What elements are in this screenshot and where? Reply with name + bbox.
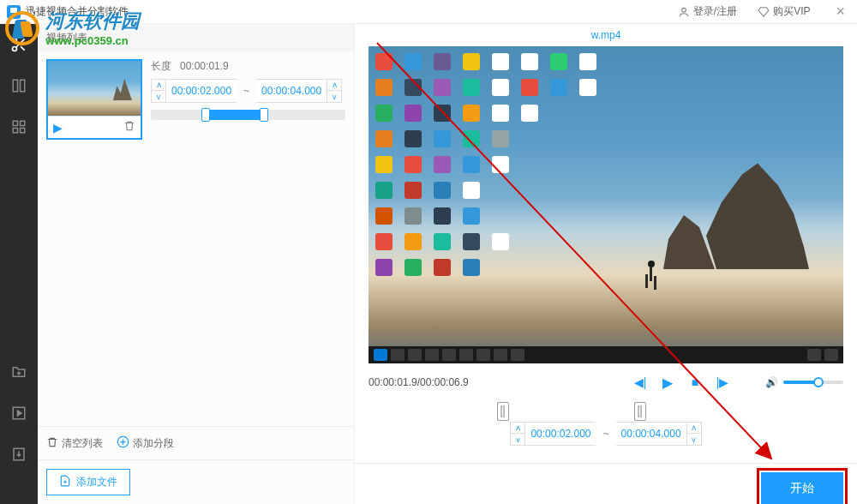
desktop-icons [375, 53, 600, 276]
add-file-button[interactable]: 添加文件 [46, 469, 130, 495]
svg-rect-7 [13, 129, 17, 133]
plus-circle-icon [117, 435, 129, 451]
svg-point-2 [13, 47, 17, 51]
sidebar [0, 24, 38, 504]
svg-rect-3 [13, 80, 17, 92]
app-title: 迅捷视频合并分割软件 [26, 4, 129, 19]
clip-start-input[interactable]: 00:00:02.000 [166, 79, 237, 103]
clip-end-input[interactable]: 00:00:04.000 [256, 79, 327, 103]
user-icon [678, 6, 690, 18]
clip-range-slider[interactable] [151, 110, 345, 120]
titlebar: 迅捷视频合并分割软件 登录/注册 购买VIP × [0, 0, 857, 24]
start-button[interactable]: 开始 [761, 472, 843, 504]
svg-rect-8 [21, 129, 25, 133]
nav-split-icon[interactable] [10, 77, 27, 94]
range-start-spinner[interactable]: ʌv [510, 422, 525, 446]
time-display: 00:00:01.9/00:00:06.9 [369, 376, 469, 388]
next-button[interactable]: |▶ [712, 372, 733, 393]
buy-vip-button[interactable]: 购买VIP [758, 4, 810, 19]
app-icon [7, 5, 21, 19]
range-end-input[interactable]: 00:00:04.000 [616, 422, 686, 446]
svg-point-0 [681, 8, 686, 12]
range-start-input[interactable]: 00:00:02.000 [525, 422, 596, 446]
svg-rect-6 [21, 121, 25, 125]
nav-output-icon[interactable] [10, 405, 27, 422]
stop-button[interactable]: ■ [685, 372, 705, 393]
playback-controls: 00:00:01.9/00:00:06.9 ◀| ▶ ■ |▶ 🔊 [355, 363, 857, 401]
login-button[interactable]: 登录/注册 [678, 4, 737, 19]
start-spinner[interactable]: ʌv [151, 79, 166, 103]
nav-download-icon[interactable] [10, 446, 27, 463]
clip-row: ▶ 长度 00:00:01.9 ʌv 00:00:02.000 ~ 00:00:… [38, 52, 354, 147]
play-button[interactable]: ▶ [657, 372, 678, 393]
svg-point-1 [13, 39, 17, 43]
prev-button[interactable]: ◀| [630, 372, 650, 393]
diamond-icon [758, 6, 770, 18]
speaker-icon: 🔊 [765, 376, 778, 388]
nav-add-folder-icon[interactable] [10, 363, 27, 381]
left-panel: 视频列表 ▶ 长度 00:00:01.9 ʌv 00:00:02.000 [38, 24, 355, 504]
play-icon[interactable]: ▶ [53, 121, 63, 135]
add-segment-button[interactable]: 添加分段 [117, 435, 174, 451]
video-filename: w.mp4 [355, 24, 857, 46]
volume-control[interactable]: 🔊 [765, 376, 843, 388]
svg-rect-5 [13, 121, 17, 125]
clip-thumbnail[interactable]: ▶ [46, 59, 142, 140]
clear-list-button[interactable]: 清空列表 [46, 435, 103, 451]
trash-icon[interactable] [123, 120, 135, 135]
svg-rect-4 [21, 80, 25, 92]
nav-cut-icon[interactable] [10, 36, 27, 53]
clip-time-range: ʌv 00:00:02.000 ~ 00:00:04.000 ʌv [151, 79, 345, 103]
end-spinner[interactable]: ʌv [327, 79, 342, 103]
nav-grid-icon[interactable] [10, 118, 27, 135]
duration-row: 长度 00:00:01.9 [151, 59, 345, 74]
range-end-spinner[interactable]: ʌv [686, 422, 702, 446]
trash-icon [46, 436, 58, 451]
range-time-editor: ʌv 00:00:02.000 ~ 00:00:04.000 ʌv [510, 422, 701, 446]
video-preview[interactable] [369, 46, 843, 363]
right-panel: w.mp4 00:00:01.9/00:00:06.9 ◀| ▶ [355, 24, 857, 504]
video-list-title: 视频列表 [38, 24, 354, 52]
file-plus-icon [59, 475, 71, 489]
close-button[interactable]: × [830, 3, 850, 21]
